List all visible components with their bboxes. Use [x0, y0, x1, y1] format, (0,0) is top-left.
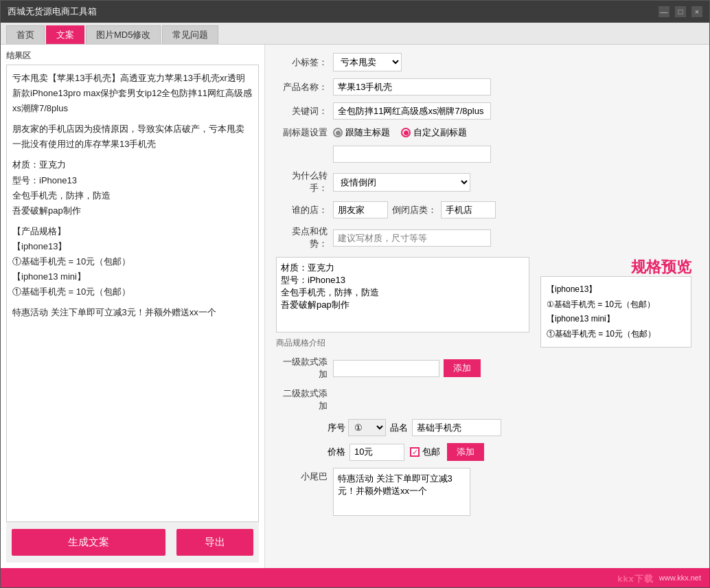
subtitle-label: 副标题设置 — [276, 126, 328, 139]
subtitle-input-row — [276, 146, 698, 163]
tail-textarea[interactable]: 特惠活动 关注下单即可立减3元！并额外赠送xx一个 — [333, 468, 470, 516]
footer-url: www.kkx.net — [659, 574, 701, 582]
description-spec-row: 材质：亚克力 型号：iPhone13 全包手机壳，防摔，防造 吾爱破解pap制作… — [276, 257, 698, 349]
title-bar: 西城无货源电商工具箱 — □ × — [1, 1, 709, 23]
close-type-input[interactable] — [441, 201, 496, 218]
tier2-label: 二级款式添加 — [276, 387, 328, 412]
tail-label: 小尾巴 — [276, 468, 328, 483]
radio-custom-subtitle[interactable]: 自定义副标题 — [401, 126, 467, 139]
spec-preview-box: 【iphone13】 ①基础手机壳 = 10元（包邮） 【iphone13 mi… — [540, 276, 691, 348]
price-input[interactable] — [350, 444, 404, 461]
description-textarea[interactable]: 材质：亚克力 型号：iPhone13 全包手机壳，防摔，防造 吾爱破解pap制作 — [276, 257, 529, 332]
postage-label: 包邮 — [422, 446, 440, 458]
postage-checkbox[interactable] — [410, 447, 420, 457]
brand-logo: kkx下载 — [617, 571, 654, 585]
selling-point-label: 卖点和优势： — [276, 225, 328, 250]
spec-preview-section: 规格预览 【iphone13】 ①基础手机壳 = 10元（包邮） 【iphone… — [540, 257, 698, 349]
tag-select[interactable]: 亏本甩卖 清仓处理 工厂直销 — [333, 53, 402, 71]
tag-label: 小标签： — [276, 56, 328, 69]
shop-row: 谁的店： 倒闭店类： — [276, 201, 698, 218]
selling-point-row: 卖点和优势： — [276, 225, 698, 250]
tab-faq[interactable]: 常见问题 — [162, 25, 218, 44]
product-name-input[interactable] — [333, 78, 491, 95]
result-area: 亏本甩卖【苹果13手机壳】高透亚克力苹果13手机壳xr透明新款iPhone13p… — [6, 65, 259, 522]
generate-button[interactable]: 生成文案 — [12, 529, 165, 556]
spec-preview-label: 规格预览 — [631, 257, 691, 278]
radio-follow-main[interactable]: 跟随主标题 — [333, 126, 390, 139]
tier1-add-button[interactable]: 添加 — [444, 359, 481, 377]
subtitle-radio-group: 跟随主标题 自定义副标题 — [333, 126, 467, 139]
product-name2-label: 品名 — [390, 422, 408, 434]
keyword-input[interactable] — [333, 102, 491, 120]
product-name-label: 产品名称： — [276, 81, 328, 93]
close-type-label: 倒闭店类： — [392, 204, 437, 216]
reason-row: 为什么转手： 疫情倒闭 搬家清仓 资金周转 — [276, 170, 698, 194]
radio-follow-label: 跟随主标题 — [345, 126, 390, 139]
window-controls: — □ × — [659, 6, 702, 17]
main-content: 结果区 亏本甩卖【苹果13手机壳】高透亚克力苹果13手机壳xr透明新款iPhon… — [1, 45, 709, 568]
tier2-add-button[interactable]: 添加 — [447, 443, 484, 461]
seq-select[interactable]: ① ② ③ ④ — [348, 419, 386, 436]
tab-home[interactable]: 首页 — [6, 25, 45, 44]
result-product-specs: 【产品规格】 【iphone13】 ①基础手机壳 = 10元（包邮） 【ipho… — [12, 224, 253, 299]
tab-copywriting[interactable]: 文案 — [46, 25, 84, 44]
keyword-row: 关键词： — [276, 102, 698, 120]
postage-checkbox-item[interactable]: 包邮 — [410, 446, 440, 458]
price-label: 价格 — [328, 446, 345, 458]
result-title: 亏本甩卖【苹果13手机壳】高透亚克力苹果13手机壳xr透明新款iPhone13p… — [12, 71, 253, 116]
tag-row: 小标签： 亏本甩卖 清仓处理 工厂直销 — [276, 53, 698, 71]
tier1-input[interactable] — [333, 360, 439, 377]
radio-custom-dot — [401, 128, 411, 137]
left-buttons: 生成文案 导出 — [6, 522, 259, 563]
seq-label: 序号 — [328, 422, 345, 434]
main-window: 西城无货源电商工具箱 — □ × 首页 文案 图片MD5修改 常见问题 结果区 … — [0, 0, 710, 588]
left-panel: 结果区 亏本甩卖【苹果13手机壳】高透亚克力苹果13手机壳xr透明新款iPhon… — [1, 45, 265, 568]
footer-text: kkx下载 — [617, 574, 654, 584]
description-section: 材质：亚克力 型号：iPhone13 全包手机壳，防摔，防造 吾爱破解pap制作… — [276, 257, 529, 349]
minimize-button[interactable]: — — [659, 6, 669, 17]
tier1-label: 一级款式添加 — [276, 356, 328, 381]
right-panel: 小标签： 亏本甩卖 清仓处理 工厂直销 产品名称： 关键词： 副标题设置 — [265, 45, 709, 568]
subtitle-custom-input[interactable] — [333, 146, 491, 163]
tier2-header-row: 二级款式添加 — [276, 387, 698, 412]
product-name2-input[interactable] — [412, 419, 501, 436]
selling-point-input[interactable] — [333, 229, 491, 247]
seq-name-row: 序号 ① ② ③ ④ 品名 — [328, 419, 698, 436]
window-title: 西城无货源电商工具箱 — [8, 5, 97, 18]
tier1-row: 一级款式添加 添加 — [276, 356, 698, 381]
export-button[interactable]: 导出 — [176, 529, 253, 556]
nav-bar: 首页 文案 图片MD5修改 常见问题 — [1, 23, 709, 45]
result-specs: 材质：亚克力 型号：iPhone13 全包手机壳，防摔，防造 吾爱破解pap制作 — [12, 157, 253, 218]
tab-image-md5[interactable]: 图片MD5修改 — [86, 25, 161, 44]
reason-label: 为什么转手： — [276, 170, 328, 194]
radio-follow-dot — [333, 128, 343, 137]
result-story: 朋友家的手机店因为疫情原因，导致实体店破产，亏本甩卖一批没有使用过的库存苹果13… — [12, 122, 253, 152]
reason-select[interactable]: 疫情倒闭 搬家清仓 资金周转 — [333, 173, 470, 192]
radio-custom-label: 自定义副标题 — [413, 126, 467, 139]
maximize-button[interactable]: □ — [675, 6, 686, 17]
spec-preview-content: 【iphone13】 ①基础手机壳 = 10元（包邮） 【iphone13 mi… — [547, 282, 685, 341]
price-row: 价格 包邮 添加 — [328, 443, 698, 461]
spec-intro-label: 商品规格介绍 — [276, 337, 529, 349]
product-name-row: 产品名称： — [276, 78, 698, 95]
subtitle-row: 副标题设置 跟随主标题 自定义副标题 — [276, 126, 698, 139]
keyword-label: 关键词： — [276, 105, 328, 117]
close-button[interactable]: × — [691, 6, 702, 17]
result-promo: 特惠活动 关注下单即可立减3元！并额外赠送xx一个 — [12, 305, 253, 320]
shop-label: 谁的店： — [276, 204, 328, 216]
footer-bar: kkx下载 www.kkx.net — [1, 568, 709, 587]
shop-input[interactable] — [333, 201, 388, 218]
section-label: 结果区 — [6, 50, 259, 62]
tail-row: 小尾巴 特惠活动 关注下单即可立减3元！并额外赠送xx一个 — [276, 468, 698, 516]
